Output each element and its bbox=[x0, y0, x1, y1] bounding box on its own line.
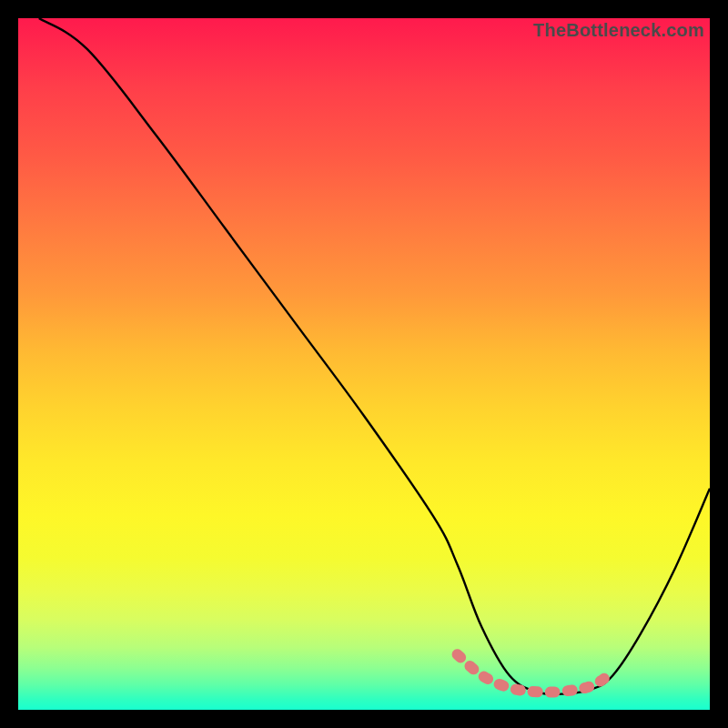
plot-background: TheBottleneck.com bbox=[18, 18, 710, 710]
curve-layer bbox=[18, 18, 710, 710]
minimum-highlight bbox=[458, 654, 613, 692]
chart-frame: TheBottleneck.com bbox=[0, 0, 728, 728]
bottleneck-curve bbox=[39, 18, 710, 694]
